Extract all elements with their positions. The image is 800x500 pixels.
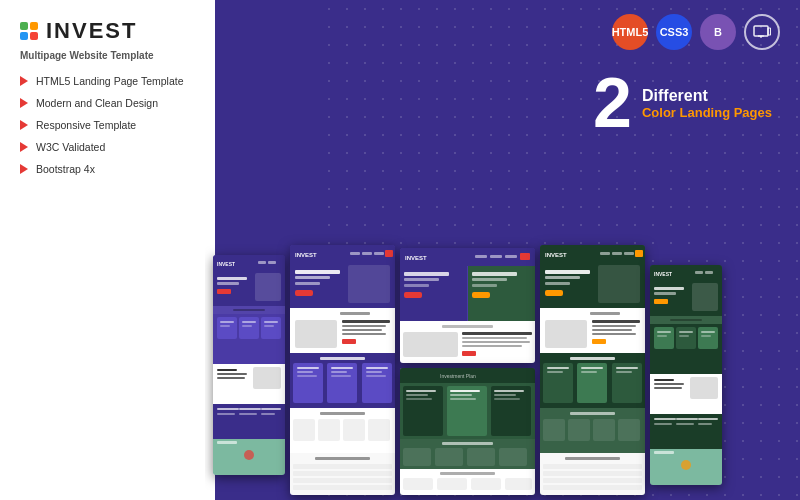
svg-rect-158 bbox=[592, 325, 636, 327]
svg-rect-137 bbox=[403, 478, 433, 490]
svg-rect-15 bbox=[233, 309, 265, 311]
screen-col-4: INVEST bbox=[540, 245, 645, 500]
svg-rect-32 bbox=[217, 408, 239, 410]
svg-rect-151 bbox=[545, 282, 570, 285]
screen-col-3: INVEST bbox=[400, 248, 535, 500]
svg-rect-157 bbox=[592, 320, 640, 323]
svg-rect-68 bbox=[297, 371, 313, 373]
svg-rect-156 bbox=[545, 320, 587, 348]
arrow-icon-5 bbox=[20, 164, 28, 174]
svg-rect-131 bbox=[403, 448, 431, 466]
svg-rect-28 bbox=[217, 373, 247, 375]
svg-rect-153 bbox=[598, 265, 640, 303]
screen-col-2: INVEST bbox=[290, 245, 395, 500]
feature-item-1: HTML5 Landing Page Template bbox=[20, 75, 195, 87]
svg-rect-108 bbox=[403, 332, 458, 357]
svg-rect-67 bbox=[297, 367, 319, 369]
svg-rect-75 bbox=[366, 375, 386, 377]
svg-rect-150 bbox=[545, 276, 580, 279]
svg-rect-145 bbox=[612, 252, 622, 255]
svg-rect-37 bbox=[261, 413, 275, 415]
svg-text:INVEST: INVEST bbox=[217, 261, 235, 267]
logo-dot-blue bbox=[20, 32, 28, 40]
svg-rect-18 bbox=[239, 317, 259, 339]
svg-rect-121 bbox=[406, 394, 428, 396]
screens-inner: INVEST bbox=[205, 135, 800, 500]
svg-rect-149 bbox=[545, 270, 590, 274]
svg-rect-84 bbox=[293, 464, 392, 469]
svg-rect-85 bbox=[293, 471, 392, 476]
feature-item-5: Bootstrap 4x bbox=[20, 163, 195, 175]
css3-badge: CSS3 bbox=[656, 14, 692, 50]
svg-point-220 bbox=[681, 460, 691, 470]
svg-rect-21 bbox=[220, 325, 230, 327]
svg-rect-174 bbox=[570, 412, 615, 415]
svg-rect-200 bbox=[698, 327, 718, 349]
svg-rect-155 bbox=[590, 312, 620, 315]
svg-rect-206 bbox=[701, 335, 711, 337]
svg-rect-117 bbox=[403, 386, 443, 436]
svg-rect-57 bbox=[342, 320, 390, 323]
svg-rect-83 bbox=[315, 457, 370, 460]
svg-rect-170 bbox=[581, 371, 597, 373]
mock-site-purple-medium: INVEST bbox=[290, 245, 395, 495]
svg-rect-58 bbox=[342, 325, 386, 327]
svg-rect-208 bbox=[654, 379, 674, 381]
svg-rect-78 bbox=[293, 419, 315, 441]
mock-site-green-small: INVEST bbox=[650, 265, 722, 485]
svg-rect-213 bbox=[654, 418, 676, 420]
mock-site-green-medium: INVEST bbox=[540, 245, 645, 495]
svg-rect-119 bbox=[491, 386, 531, 436]
svg-rect-201 bbox=[657, 331, 671, 333]
svg-rect-94 bbox=[520, 253, 530, 260]
svg-rect-40 bbox=[217, 441, 237, 444]
svg-rect-45 bbox=[362, 252, 372, 255]
svg-rect-192 bbox=[654, 292, 676, 295]
svg-rect-221 bbox=[654, 451, 674, 454]
svg-rect-22 bbox=[242, 321, 256, 323]
svg-rect-92 bbox=[490, 255, 502, 258]
screen-col-1: INVEST bbox=[213, 255, 285, 480]
svg-rect-51 bbox=[295, 282, 320, 285]
svg-rect-152 bbox=[545, 290, 563, 296]
svg-rect-79 bbox=[318, 419, 340, 441]
svg-rect-36 bbox=[261, 408, 281, 410]
feature-list: HTML5 Landing Page Template Modern and C… bbox=[20, 75, 195, 175]
svg-rect-188 bbox=[695, 271, 703, 274]
svg-point-39 bbox=[244, 450, 254, 460]
svg-rect-102 bbox=[472, 272, 517, 276]
svg-rect-69 bbox=[297, 375, 317, 377]
feature-item-3: Responsive Template bbox=[20, 119, 195, 131]
svg-rect-211 bbox=[690, 377, 718, 399]
svg-rect-19 bbox=[261, 317, 281, 339]
svg-text:INVEST: INVEST bbox=[405, 255, 427, 261]
logo-dot-green bbox=[20, 22, 28, 30]
svg-rect-172 bbox=[616, 371, 632, 373]
svg-rect-180 bbox=[565, 457, 620, 460]
svg-rect-177 bbox=[593, 419, 615, 441]
svg-rect-1 bbox=[768, 28, 771, 35]
svg-rect-87 bbox=[293, 485, 392, 490]
svg-rect-133 bbox=[467, 448, 495, 466]
svg-rect-30 bbox=[253, 367, 281, 389]
svg-rect-216 bbox=[676, 423, 694, 425]
svg-rect-111 bbox=[462, 341, 530, 343]
highlight-number: 2 bbox=[593, 68, 632, 138]
left-panel: INVEST Multipage Website Template HTML5 … bbox=[0, 0, 215, 500]
svg-rect-52 bbox=[295, 290, 313, 296]
svg-rect-217 bbox=[698, 418, 718, 420]
svg-rect-161 bbox=[592, 339, 606, 344]
svg-rect-60 bbox=[342, 333, 386, 335]
logo-dot-red bbox=[30, 32, 38, 40]
svg-rect-20 bbox=[220, 321, 234, 323]
svg-rect-56 bbox=[295, 320, 337, 348]
feature-item-2: Modern and Clean Design bbox=[20, 97, 195, 109]
svg-rect-71 bbox=[331, 371, 347, 373]
svg-rect-127 bbox=[494, 394, 516, 396]
svg-rect-202 bbox=[657, 335, 667, 337]
svg-rect-136 bbox=[440, 472, 495, 475]
highlight-line2: Color Landing Pages bbox=[642, 105, 772, 120]
svg-rect-11 bbox=[217, 282, 239, 285]
arrow-icon-3 bbox=[20, 120, 28, 130]
svg-rect-0 bbox=[754, 26, 768, 36]
